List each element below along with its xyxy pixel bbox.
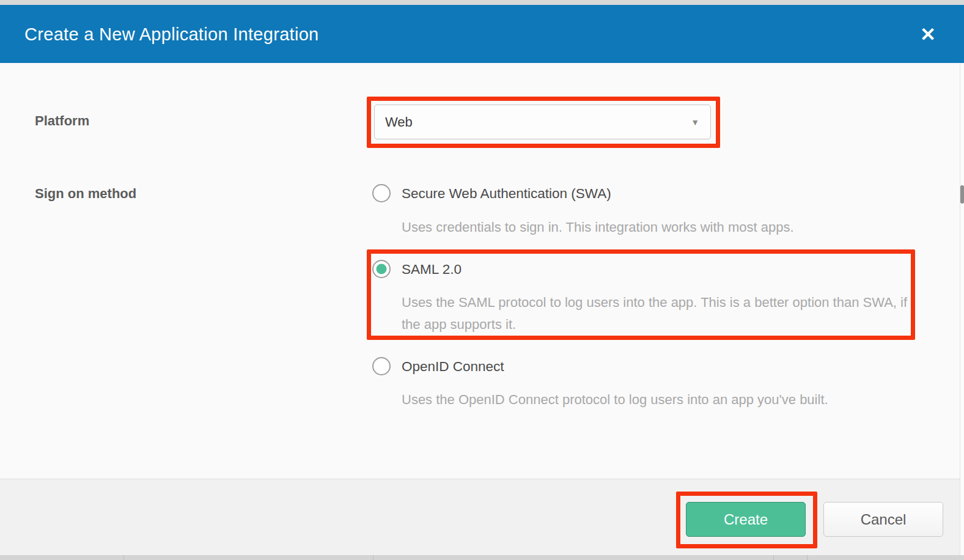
modal-header: Create a New Application Integration ✕: [0, 5, 964, 63]
page-behind-strip: [0, 555, 964, 560]
modal-title: Create a New Application Integration: [24, 24, 319, 44]
radio-swa-label[interactable]: Secure Web Authentication (SWA): [402, 186, 611, 202]
radio-saml[interactable]: [372, 260, 391, 278]
divider: [373, 555, 373, 560]
radio-openid-connect[interactable]: [372, 357, 391, 375]
close-icon[interactable]: ✕: [920, 24, 936, 43]
modal-footer: Create Cancel: [0, 479, 964, 555]
create-app-integration-modal: Create a New Application Integration ✕ P…: [0, 0, 964, 560]
cancel-button[interactable]: Cancel: [823, 502, 943, 537]
radio-swa-description: Uses credentials to sign in. This integr…: [402, 216, 794, 238]
divider: [807, 555, 808, 560]
radio-saml-label[interactable]: SAML 2.0: [402, 262, 462, 278]
create-button[interactable]: Create: [686, 502, 806, 537]
radio-saml-description: Uses the SAML protocol to log users into…: [402, 292, 909, 336]
radio-openid-connect-description: Uses the OpenID Connect protocol to log …: [402, 389, 828, 411]
divider: [773, 555, 774, 560]
platform-dropdown[interactable]: Web ▼: [374, 105, 711, 139]
scrollbar-track: [960, 63, 964, 555]
radio-openid-connect-label[interactable]: OpenID Connect: [402, 359, 504, 375]
modal-body: Platform Web ▼ Sign on method Secure Web…: [0, 63, 964, 479]
divider: [123, 555, 124, 560]
radio-swa[interactable]: [372, 184, 391, 202]
platform-label: Platform: [35, 113, 89, 129]
platform-dropdown-value: Web: [385, 114, 413, 130]
scrollbar-thumb[interactable]: [960, 185, 964, 204]
chevron-down-icon: ▼: [691, 117, 699, 127]
sign-on-method-label: Sign on method: [35, 186, 136, 202]
